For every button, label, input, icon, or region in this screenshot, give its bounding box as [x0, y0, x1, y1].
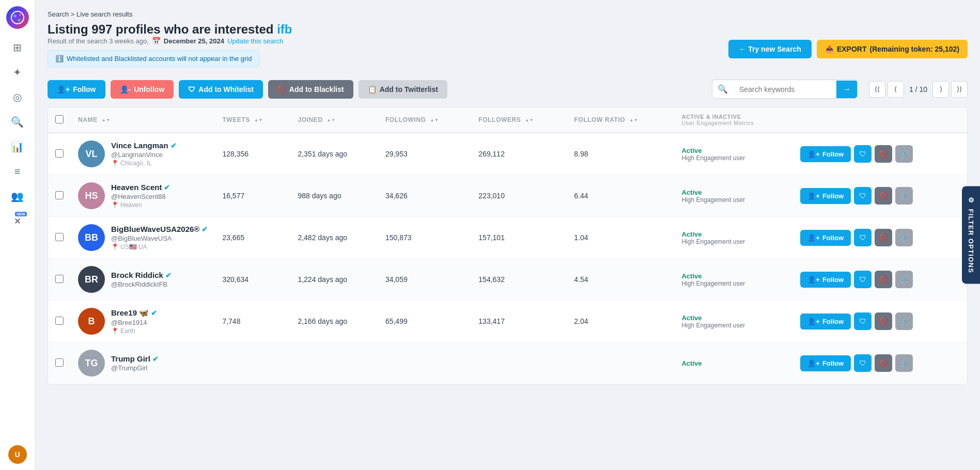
row-checkbox[interactable] [55, 191, 64, 199]
row-blacklist-button[interactable]: 🚫 [875, 187, 892, 205]
x-twitter-icon[interactable]: ✕ [7, 211, 28, 231]
table-row: BR Brock Riddick ✔ @BrockRiddickIFB 320,… [48, 259, 967, 301]
row-whitelist-button[interactable]: 🛡 [854, 312, 872, 330]
users-icon[interactable]: 👥 [7, 186, 28, 207]
export-button[interactable]: 📤 EXPORT (Remaining token: 25,102) [817, 40, 968, 58]
row-follow-button[interactable]: 👤+ Follow [800, 314, 851, 330]
follow-icon: 👤+ [57, 85, 70, 93]
network-icon[interactable]: ✦ [7, 62, 28, 83]
action-cell: 👤+ Follow 🛡 🚫 🔗 [793, 175, 967, 217]
follow-ratio-cell: 8.98 [567, 133, 674, 175]
user-avatar: TG [78, 350, 105, 377]
tweets-cell: 16,577 [215, 175, 290, 217]
row-checkbox[interactable] [55, 275, 64, 283]
row-follow-button[interactable]: 👤+ Follow [800, 230, 851, 246]
user-info: Vince Langman ✔ @LangmanVince 📍Chicago, … [111, 141, 208, 167]
following-col-header[interactable]: FOLLOWING ▲▼ [378, 107, 471, 133]
row-blacklist-button[interactable]: 🚫 [875, 145, 892, 163]
row-blacklist-button[interactable]: 🚫 [875, 312, 892, 330]
user-name: Heaven Scent ✔ [111, 183, 208, 192]
row-checkbox[interactable] [55, 233, 64, 241]
row-follow-button[interactable]: 👤+ Follow [800, 355, 851, 371]
new-search-button[interactable]: ← Try new Search [728, 40, 812, 58]
follow-ratio-cell: 1.04 [567, 217, 674, 259]
row-checkbox-cell [48, 217, 71, 259]
status-active: Active [681, 230, 786, 238]
table-row: BB BigBlueWaveUSA2026® ✔ @BigBlueWaveUSA… [48, 217, 967, 259]
follow-plus-icon: 👤+ [807, 276, 820, 284]
joined-cell: 2,482 days ago [290, 217, 378, 259]
search-sidebar-icon[interactable]: 🔍 [7, 112, 28, 132]
row-link-button[interactable]: 🔗 [895, 145, 913, 163]
whitelist-label: Add to Whitelist [198, 85, 254, 93]
block-icon: 🚫 [879, 192, 888, 200]
row-whitelist-button[interactable]: 🛡 [854, 354, 872, 372]
follow-plus-icon: 👤+ [807, 192, 820, 200]
user-name: Vince Langman ✔ [111, 141, 208, 150]
row-whitelist-button[interactable]: 🛡 [854, 145, 872, 163]
follow-ratio-cell [567, 342, 674, 384]
last-page-button[interactable]: ⟩⟩ [951, 81, 968, 98]
user-info: Bree19 🦋 ✔ @Bree1914 📍Earth [111, 308, 208, 335]
user-handle: @BrockRiddickIFB [111, 280, 208, 288]
follow-ratio-col-header[interactable]: FOLLOW RATIO ▲▼ [567, 107, 674, 133]
followers-col-header[interactable]: FOLLOWERS ▲▼ [471, 107, 567, 133]
tweets-col-header[interactable]: TWEETS ▲▼ [215, 107, 290, 133]
row-whitelist-button[interactable]: 🛡 [854, 187, 872, 205]
row-link-button[interactable]: 🔗 [895, 229, 913, 246]
shield-icon: 🛡 [859, 192, 866, 200]
status-cell: Active High Engagement user [674, 217, 793, 259]
row-checkbox[interactable] [55, 358, 64, 367]
link-icon: 🔗 [900, 317, 909, 325]
tweets-cell: 128,356 [215, 133, 290, 175]
update-search-link[interactable]: Update this search [227, 37, 283, 45]
joined-col-header[interactable]: JOINED ▲▼ [290, 107, 378, 133]
add-twitterlist-button[interactable]: 📋 Add to Twitterlist [359, 80, 447, 99]
svg-point-2 [19, 14, 21, 16]
add-blacklist-button[interactable]: 🚫 Add to Blacklist [268, 80, 353, 99]
row-link-button[interactable]: 🔗 [895, 312, 913, 330]
row-follow-button[interactable]: 👤+ Follow [800, 188, 851, 204]
block-icon: 🚫 [879, 233, 888, 242]
search-submit-button[interactable]: → [836, 81, 857, 98]
row-link-button[interactable]: 🔗 [895, 187, 913, 205]
filter-options-panel[interactable]: ⚙ FILTER OPTIONS [962, 186, 980, 284]
row-checkbox-cell [48, 259, 71, 301]
avatar[interactable]: U [8, 445, 27, 464]
follow-button[interactable]: 👤+ Follow [48, 80, 105, 99]
target-icon[interactable]: ◎ [7, 87, 28, 107]
status-active: Active [681, 272, 786, 280]
subtitle-prefix: Result of the search 3 weeks ago, [48, 37, 149, 45]
chart-icon[interactable]: 📊 [7, 136, 28, 157]
app-logo[interactable] [6, 6, 29, 29]
select-all-checkbox[interactable] [55, 115, 64, 123]
status-cell: Active [674, 342, 793, 384]
row-checkbox[interactable] [55, 149, 64, 158]
row-whitelist-button[interactable]: 🛡 [854, 229, 872, 246]
row-checkbox[interactable] [55, 317, 64, 325]
prev-page-button[interactable]: ⟨ [888, 81, 904, 98]
page-title-keyword: ifb [277, 22, 292, 36]
dashboard-icon[interactable]: ⊞ [7, 37, 28, 58]
row-blacklist-button[interactable]: 🚫 [875, 229, 892, 246]
row-blacklist-button[interactable]: 🚫 [875, 271, 892, 288]
status-active: Active [681, 189, 786, 196]
add-whitelist-button[interactable]: 🛡 Add to Whitelist [179, 80, 263, 99]
unfollow-button[interactable]: 👤- Unfollow [111, 80, 174, 99]
row-link-button[interactable]: 🔗 [895, 271, 913, 288]
row-link-button[interactable]: 🔗 [895, 354, 913, 372]
search-input[interactable] [733, 81, 836, 98]
row-follow-button[interactable]: 👤+ Follow [800, 272, 851, 288]
first-page-button[interactable]: ⟨⟨ [869, 81, 885, 98]
location-icon: 📍 [111, 243, 119, 250]
follow-ratio-cell: 4.54 [567, 259, 674, 301]
tweets-cell: 7,748 [215, 301, 290, 342]
user-cell: BR Brock Riddick ✔ @BrockRiddickIFB [71, 259, 215, 301]
name-col-header[interactable]: NAME ▲▼ [71, 107, 215, 133]
row-whitelist-button[interactable]: 🛡 [854, 271, 872, 288]
row-blacklist-button[interactable]: 🚫 [875, 354, 892, 372]
next-page-button[interactable]: ⟩ [932, 81, 949, 98]
row-follow-button[interactable]: 👤+ Follow [800, 146, 851, 162]
list-icon[interactable]: ≡ [7, 161, 28, 182]
user-info: Trump Girl ✔ @TrumpGirl [111, 354, 208, 372]
